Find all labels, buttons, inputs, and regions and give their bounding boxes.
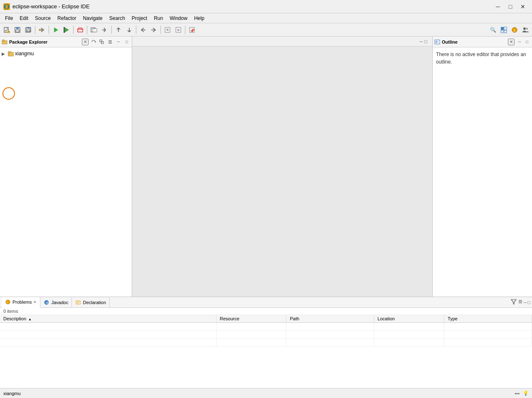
build-button[interactable] [37,25,47,35]
filter-icon[interactable] [510,298,517,306]
outline-panel: Outline ✕ ─ □ There is no active editor … [432,37,532,297]
svg-marker-16 [54,27,58,32]
close-button[interactable]: ✕ [517,1,529,12]
col-location[interactable]: Location [374,315,444,323]
project-tree-item[interactable]: ▶ J xiangmu [0,49,132,58]
bottom-maximize-btn[interactable]: □ [527,300,530,305]
menu-search[interactable]: Search [106,15,128,22]
status-light-icon[interactable]: 💡 [523,391,529,396]
package-explorer-panel: Package Explorer ✕ ─ □ ▶ [0,37,132,297]
view-menu-button[interactable] [89,25,99,35]
svg-rect-45 [8,52,11,53]
declaration-tab-icon [75,300,81,305]
tab-problems[interactable]: ! Problems ✕ [2,297,40,308]
sync-button[interactable] [90,39,97,45]
search-button[interactable]: 🔍 [488,25,498,35]
title-bar-left: eclipse-workspace - Eclipse IDE [3,3,90,10]
view-menu-panel-button[interactable] [107,39,113,45]
save-button[interactable] [12,25,22,35]
editor-content [132,47,432,297]
maximize-button[interactable]: □ [505,1,516,12]
run-button[interactable] [51,25,61,35]
back-button[interactable] [138,25,148,35]
eclipse-icon [3,3,10,10]
toolbar-separator-3 [73,26,74,34]
svg-rect-28 [501,27,504,30]
save-all-button[interactable] [23,25,33,35]
status-right: ••• 💡 [515,391,529,396]
outline-message: There is no active editor that provides … [436,52,526,65]
col-description[interactable]: Description ▲ [0,315,216,323]
editor-maximize-btn[interactable]: □ [424,39,427,44]
svg-marker-14 [41,27,44,32]
problems-tab-label: Problems [12,300,32,305]
editor-minimize-btn[interactable]: ─ [420,39,423,44]
toolbar-separator-1 [35,26,35,34]
tree-expand-arrow[interactable]: ▶ [2,52,7,56]
minimize-panel-button[interactable]: ─ [115,39,122,45]
menu-navigate[interactable]: Navigate [79,15,106,22]
col-resource[interactable]: Resource [216,315,286,323]
open-perspective-button[interactable]: J [510,25,520,35]
problems-tab-icon: ! [5,299,11,305]
col-type[interactable]: Type [444,315,532,323]
up-button[interactable] [113,25,123,35]
svg-rect-55 [76,301,80,304]
bottom-view-menu-btn[interactable] [518,299,523,305]
main-layout: Package Explorer ✕ ─ □ ▶ [0,37,532,388]
forward-button[interactable] [149,25,159,35]
outline-content: There is no active editor that provides … [433,47,532,297]
svg-marker-58 [511,300,516,304]
svg-text:!: ! [7,300,8,304]
status-bar: xiangmu ••• 💡 [0,388,532,398]
new-button[interactable]: + [2,25,12,35]
menu-run[interactable]: Run [150,15,166,22]
toolbar-separator-4 [87,26,87,34]
next-edit-button[interactable] [100,25,110,35]
problems-tab-close[interactable]: ✕ [33,300,37,304]
maximize-panel-button[interactable]: □ [123,39,130,45]
outline-minimize[interactable]: ─ [516,39,523,45]
outline-header: Outline ✕ ─ □ [433,37,532,47]
bottom-panel: ! Problems ✕ @ Javadoc [0,297,532,388]
svg-text:J: J [513,28,515,32]
tab-javadoc[interactable]: @ Javadoc [40,297,72,308]
window-title: eclipse-workspace - Eclipse IDE [12,3,90,10]
menu-project[interactable]: Project [128,15,150,22]
menu-refactor[interactable]: Refactor [54,15,79,22]
package-explorer-close[interactable]: ✕ [82,39,89,45]
debug-button[interactable] [62,25,71,35]
editor-area: ─ □ [132,37,432,297]
col-path[interactable]: Path [286,315,374,323]
project-icon: J [7,50,14,57]
toolbar-separator-5 [111,26,112,34]
toolbar-separator-7 [160,26,161,34]
outline-close[interactable]: ✕ [508,39,515,45]
tab-declaration[interactable]: Declaration [72,297,110,308]
svg-rect-29 [504,27,507,30]
menu-window[interactable]: Window [166,15,191,22]
menu-edit[interactable]: Edit [16,15,32,22]
down-button[interactable] [124,25,134,35]
problems-table: Description ▲ Resource Path Location Typ… [0,315,532,346]
javadoc-tab-icon: @ [44,300,49,305]
collapse-all-button[interactable] [99,39,105,45]
coverage-button[interactable] [75,25,85,35]
team-button[interactable] [520,25,530,35]
bottom-minimize-btn[interactable]: ─ [524,300,527,305]
prev-annotation-button[interactable] [163,25,172,35]
svg-text:+: + [8,31,10,33]
menu-file[interactable]: File [2,15,16,22]
menu-help[interactable]: Help [191,15,208,22]
table-row [0,339,532,346]
svg-rect-22 [93,29,97,32]
bottom-panel-content: 0 items Description ▲ Resource Path Loca… [0,308,532,388]
perspective-button[interactable] [499,25,509,35]
menu-source[interactable]: Source [32,15,54,22]
minimize-button[interactable]: ─ [492,1,504,12]
pin-editor-button[interactable]: 📌 [187,25,197,35]
outline-maximize[interactable]: □ [524,39,530,45]
next-annotation-button[interactable] [173,25,183,35]
svg-rect-18 [64,27,65,33]
status-dots[interactable]: ••• [515,391,520,396]
